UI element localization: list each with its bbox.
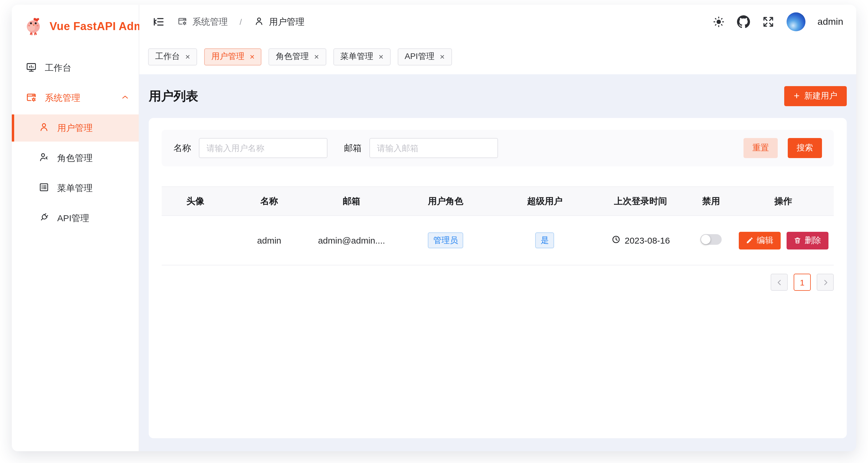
sidebar-item-user-management[interactable]: 用户管理 [12,114,139,141]
search-actions: 重置 搜索 [743,138,822,158]
close-icon[interactable]: × [440,53,445,61]
superuser-cell: 是 [498,216,592,265]
sidebar-item-label: 角色管理 [57,153,93,164]
pencil-icon [746,236,753,244]
page-content: 用户列表 + 新建用户 名称 邮箱 重置 [139,74,856,451]
collapse-sidebar-icon[interactable] [152,15,165,28]
tab-label: 工作台 [155,51,180,62]
email-field-label: 邮箱 [344,142,362,154]
sidebar-group-label: 系统管理 [45,92,80,103]
theme-sun-icon[interactable] [713,15,725,28]
tab-workbench[interactable]: 工作台 × [148,48,197,65]
list-icon [38,181,50,195]
column-header-last-login: 上次登录时间 [592,187,689,216]
new-user-button-label: 新建用户 [804,91,837,101]
sidebar-item-label: 菜单管理 [57,183,93,194]
breadcrumb-system-management[interactable]: 系统管理 [177,15,228,28]
prev-page-button[interactable] [771,274,788,291]
page-title: 用户列表 [149,88,198,104]
trash-icon [793,236,801,244]
close-icon[interactable]: × [185,53,190,61]
username-label[interactable]: admin [817,16,843,27]
sidebar-item-menu-management[interactable]: 菜单管理 [12,174,139,202]
top-header: 系统管理 / 用户管理 [139,5,856,39]
sidebar-item-label: API管理 [57,212,89,224]
sidebar-item-label: 工作台 [45,62,71,73]
sidebar-item-api-management[interactable]: API管理 [12,205,139,232]
column-header-name: 名称 [229,187,309,216]
role-tag: 管理员 [428,232,463,248]
column-header-avatar: 头像 [162,187,229,216]
monitor-icon [25,61,37,75]
person-icon [38,122,50,134]
window-gear-icon [25,91,37,105]
close-icon[interactable]: × [378,53,383,61]
column-header-disabled: 禁用 [689,187,733,216]
name-input[interactable] [199,138,328,158]
disabled-toggle[interactable] [701,234,722,245]
fullscreen-icon[interactable] [762,15,775,28]
viewport: Vue FastAPI Admin 工作台 [0,0,868,463]
sidebar-item-role-management[interactable]: 角色管理 [12,144,139,172]
name-field-label: 名称 [174,142,191,154]
user-avatar[interactable] [787,12,806,31]
tab-label: 用户管理 [211,51,244,62]
github-icon[interactable] [737,15,750,28]
tab-api-management[interactable]: API管理 × [398,48,452,65]
column-header-email: 邮箱 [309,187,394,216]
reset-button[interactable]: 重置 [743,138,778,158]
search-form: 名称 邮箱 重置 搜索 [162,130,834,166]
table-header-row: 头像 名称 邮箱 用户角色 超级用户 上次登录时间 禁用 操作 [162,187,834,216]
person-arrow-icon [38,152,50,165]
plus-icon: + [794,91,800,101]
sidebar-item-label: 用户管理 [57,122,93,134]
users-table: 头像 名称 邮箱 用户角色 超级用户 上次登录时间 禁用 操作 [162,187,834,265]
header-actions: admin [713,12,843,31]
name-cell: admin [229,216,309,265]
tab-role-management[interactable]: 角色管理 × [269,48,326,65]
window-gear-icon [177,15,188,28]
role-cell: 管理员 [394,216,498,265]
column-header-superuser: 超级用户 [498,187,592,216]
page-title-row: 用户列表 + 新建用户 [139,74,856,118]
current-page-button[interactable]: 1 [794,274,811,291]
close-icon[interactable]: × [250,53,254,61]
breadcrumb-label: 用户管理 [269,16,305,27]
sidebar: Vue FastAPI Admin 工作台 [12,5,139,451]
sidebar-menu: 工作台 系统管理 [12,54,139,232]
next-page-button[interactable] [817,274,834,291]
sidebar-group-system[interactable]: 系统管理 [12,84,139,111]
avatar-cell [162,216,229,265]
person-icon [254,15,265,28]
tab-menu-management[interactable]: 菜单管理 × [333,48,390,65]
user-list-card: 名称 邮箱 重置 搜索 [149,118,847,438]
tab-bar: 工作台 × 用户管理 × 角色管理 × 菜单管理 × API管理 × [139,39,856,74]
app-title: Vue FastAPI Admin [50,20,154,33]
delete-button-label: 删除 [805,235,821,246]
last-login-value: 2023-08-16 [625,235,670,245]
close-icon[interactable]: × [314,53,319,61]
table-row: admin admin@admin.... 管理员 是 [162,216,834,265]
disabled-cell [689,216,733,265]
delete-button[interactable]: 删除 [786,232,828,249]
email-cell: admin@admin.... [309,216,394,265]
new-user-button[interactable]: + 新建用户 [784,86,847,106]
search-button[interactable]: 搜索 [788,138,822,158]
breadcrumb-separator: / [240,17,242,27]
tab-label: 角色管理 [276,51,309,62]
breadcrumb-user-management[interactable]: 用户管理 [254,15,305,28]
pagination: 1 [162,274,834,291]
chick-logo-icon [24,15,44,38]
edit-button-label: 编辑 [757,235,773,246]
edit-button[interactable]: 编辑 [739,232,780,249]
sidebar-item-workbench[interactable]: 工作台 [12,54,139,81]
email-input[interactable] [369,138,498,158]
logo: Vue FastAPI Admin [12,5,139,41]
tab-label: 菜单管理 [340,51,373,62]
main-area: 系统管理 / 用户管理 [139,5,856,451]
tab-user-management[interactable]: 用户管理 × [204,48,261,65]
superuser-tag: 是 [535,232,554,248]
clock-icon [611,235,620,246]
actions-cell: 编辑 [733,216,834,265]
column-header-actions: 操作 [733,187,834,216]
